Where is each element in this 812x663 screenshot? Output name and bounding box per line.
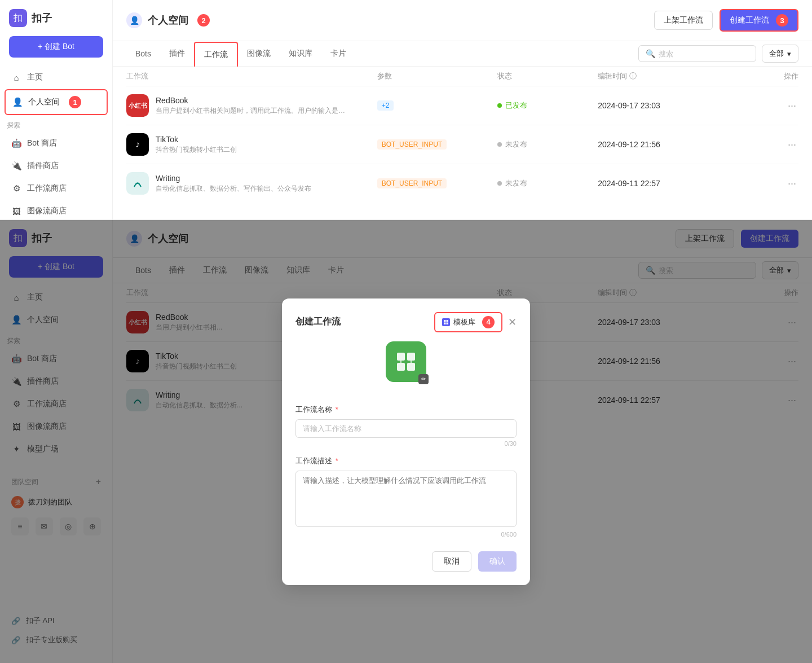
main-top: 👤 个人空间 2 上架工作流 创建工作流 3 Bots [113,0,812,219]
workflow-name-input[interactable] [295,419,517,438]
svg-rect-8 [397,363,405,371]
bot-store-icon: 🤖 [11,138,21,148]
more-button[interactable]: ··· [785,139,798,151]
create-bot-button[interactable]: + 创建 Bot [9,36,103,58]
tabs-top: Bots 插件 工作流 图像流 知识库 卡片 [113,41,812,67]
workflow-status-cell: 已发布 [497,100,598,111]
annotation-1: 1 [69,96,81,108]
workflow-store-icon: ⚙ [11,183,21,194]
svg-rect-6 [397,353,405,361]
modal-header: 创建工作流 模板库 [295,312,517,332]
sidebar-item-label: 个人空间 [28,97,60,107]
space-icon: 👤 [126,12,142,28]
edit-icon[interactable]: ✏ [418,374,429,384]
modal-overlay: 创建工作流 模板库 [0,220,812,663]
status-dot [497,142,502,147]
annotation-3: 3 [776,14,788,27]
logo-icon: 扣 [9,9,27,27]
bottom-panel: 扣 扣子 + 创建 Bot ⌂ 主页 👤 个人空间 探索 🤖 [0,220,812,663]
status-dot [497,181,502,186]
search-input[interactable] [659,50,749,58]
chevron-down-icon: ▾ [787,50,791,58]
modal-title: 创建工作流 [295,316,341,328]
table-row: ♪ TikTok 抖音热门视频转小红书二创 BOT_USER_INPUT [126,125,798,164]
svg-rect-2 [444,320,446,322]
modal-close-button[interactable]: ✕ [508,316,517,328]
search-icon: 🔍 [646,49,655,58]
required-mark-desc: * [336,456,338,465]
col-header-action: 操作 [748,71,798,81]
tab-bots[interactable]: Bots [126,42,160,66]
template-icon [442,318,450,326]
sidebar-item-plugin-store[interactable]: 🔌 插件商店 [5,155,108,177]
more-button[interactable]: ··· [785,100,798,112]
form-group-name: 工作流名称 * 0/30 [295,405,517,447]
workflow-desc-input[interactable] [295,471,517,527]
plugin-store-icon: 🔌 [11,161,21,171]
workflow-name-cell: 小红书 RedBook 当用户提到小红书相关问题时，调用此工作流。用户的输入是该… [126,94,377,117]
sidebar-item-personal[interactable]: 👤 个人空间 1 [5,89,108,115]
workflow-name-cell: Writing 自动化信息抓取、数据分析、写作输出、公众号发布 [126,172,377,195]
create-workflow-modal: 创建工作流 模板库 [282,298,530,585]
workflow-params-cell: +2 [377,100,498,111]
form-label-name: 工作流名称 * [295,405,517,415]
sidebar-item-bot-store[interactable]: 🤖 Bot 商店 [5,133,108,154]
svg-rect-5 [447,322,449,324]
svg-rect-4 [444,322,446,324]
tab-workflows[interactable]: 工作流 [194,42,238,67]
sidebar-item-label: 工作流商店 [27,183,67,194]
logo-icon-text: 扣 [14,12,23,24]
table-row: 小红书 RedBook 当用户提到小红书相关问题时，调用此工作流。用户的输入是该… [126,86,798,125]
cancel-button[interactable]: 取消 [432,551,471,572]
form-label-desc: 工作流描述 * [295,456,517,466]
workflow-icon-redbook: 小红书 [126,94,149,117]
sidebar-item-label: 图像流商店 [27,206,67,216]
upload-workflow-button[interactable]: 上架工作流 [654,11,713,30]
create-workflow-button[interactable]: 创建工作流 3 [720,9,798,32]
form-group-desc: 工作流描述 * 0/600 [295,456,517,538]
sidebar-item-label: 插件商店 [27,161,59,171]
imagegen-store-icon: 🖼 [11,206,21,216]
workflow-action-cell: ··· [748,100,798,112]
person-icon: 👤 [12,97,23,107]
template-library-button[interactable]: 模板库 4 [434,312,502,332]
search-box: 🔍 [638,45,756,62]
col-header-edit-time: 编辑时间 ⓘ [598,71,748,81]
sidebar-top: 扣 扣子 + 创建 Bot ⌂ 主页 👤 个人空间 1 探索 [0,0,113,219]
sidebar-item-workflow-store[interactable]: ⚙ 工作流商店 [5,178,108,199]
explore-label: 探索 [0,116,112,133]
nav-section-top: ⌂ 主页 👤 个人空间 1 [0,67,112,116]
header-right: 上架工作流 创建工作流 3 [654,9,798,32]
app-logo: 扣 扣子 [0,9,112,36]
header-left: 👤 个人空间 2 [126,12,210,28]
tab-imagegen[interactable]: 图像流 [238,42,280,67]
workflow-params-cell: BOT_USER_INPUT [377,178,498,188]
workflow-edit-time-cell: 2024-09-12 21:56 [598,140,748,149]
sidebar-item-imagegen-store[interactable]: 🖼 图像流商店 [5,200,108,222]
toolbar-right: 🔍 全部 ▾ [638,41,798,66]
workflow-name-cell: ♪ TikTok 抖音热门视频转小红书二创 [126,133,377,156]
required-mark: * [336,405,338,414]
more-button[interactable]: ··· [785,178,798,190]
sidebar-item-home[interactable]: ⌂ 主页 [5,67,108,88]
tab-cards[interactable]: 卡片 [321,42,355,67]
workflow-icon-writing [126,172,149,195]
col-header-name: 工作流 [126,71,377,81]
page-title: 个人空间 [148,14,188,27]
main-header-top: 👤 个人空间 2 上架工作流 创建工作流 3 [113,0,812,41]
workflow-table-top: 工作流 参数 状态 编辑时间 ⓘ 操作 小红书 RedBook 当用户提到小红书… [113,67,812,203]
filter-dropdown[interactable]: 全部 ▾ [762,45,798,63]
col-header-params: 参数 [377,71,498,81]
logo-text: 扣子 [32,11,52,25]
col-header-status: 状态 [497,71,598,81]
status-dot [497,103,502,108]
workflow-icon-tiktok: ♪ [126,133,149,156]
annotation-4: 4 [482,316,495,328]
app-screen: 扣 扣子 + 创建 Bot ⌂ 主页 👤 个人空间 1 探索 [0,0,812,663]
table-header: 工作流 参数 状态 编辑时间 ⓘ 操作 [126,67,798,86]
workflow-edit-time-cell: 2024-09-11 22:57 [598,179,748,188]
confirm-button[interactable]: 确认 [478,551,517,572]
tab-plugins[interactable]: 插件 [160,42,194,67]
tab-knowledge[interactable]: 知识库 [280,42,321,67]
home-icon: ⌂ [11,72,21,82]
